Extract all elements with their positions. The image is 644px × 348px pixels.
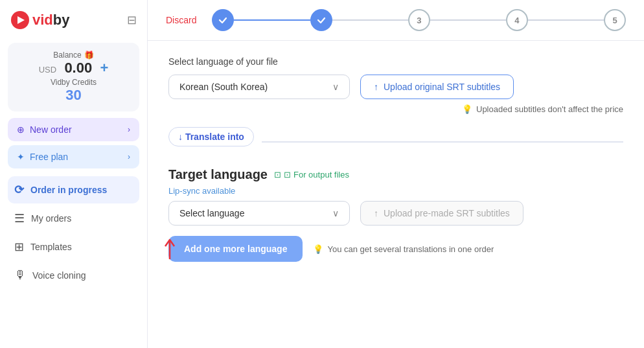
balance-card: Balance 🎁 USD 0.00 + Vidby Credits 30	[8, 43, 139, 111]
logo-area: vidby ⊟	[8, 10, 139, 30]
upload-icon: ↑	[374, 82, 378, 92]
sidebar-toggle-icon[interactable]: ⊟	[127, 13, 137, 27]
step-1	[212, 9, 234, 31]
red-arrow-indicator	[163, 235, 183, 263]
logo-text: vidby	[32, 12, 69, 29]
step-line-1-2	[234, 19, 310, 21]
upload-premade-button: ↑ Upload pre-made SRT subtitles	[360, 201, 523, 226]
sidebar-item-templates[interactable]: ⊞ Templates	[8, 233, 139, 261]
voice-cloning-icon: 🎙	[14, 268, 26, 282]
add-language-button[interactable]: Add one more language	[168, 236, 303, 262]
free-plan-button[interactable]: ✦ Free plan ›	[8, 145, 139, 168]
discard-button[interactable]: Discard	[166, 15, 196, 25]
you-can-hint: 💡 You can get several translations in on…	[313, 244, 494, 254]
lightbulb-icon: 💡	[462, 104, 472, 114]
translate-into-divider: ↓ Translate into	[168, 127, 623, 157]
target-language-header: Target language ⊡ ⊡ For output files	[168, 167, 623, 182]
sidebar-item-order-in-progress[interactable]: ⟳ Order in progress	[8, 176, 139, 203]
translate-into-label: ↓ Translate into	[178, 132, 244, 142]
sidebar-item-label: Order in progress	[30, 185, 107, 195]
balance-amount: USD 0.00 +	[18, 60, 129, 76]
gift-icon: 🎁	[84, 51, 94, 60]
upload-hint-text: Uploaded subtitles don't affect the pric…	[476, 104, 623, 114]
order-in-progress-icon: ⟳	[14, 183, 24, 197]
target-language-row: Select language ∨ ↑ Upload pre-made SRT …	[168, 201, 623, 226]
step-2	[310, 9, 332, 31]
main-area: Discard 3 4 5	[148, 0, 644, 348]
chevron-down-icon: ∨	[332, 82, 339, 92]
divider-line	[262, 141, 623, 143]
action-row: Add one more language 💡 You can get seve…	[168, 236, 623, 262]
file-language-label: Select language of your file	[168, 56, 623, 67]
target-language-title: Target language	[168, 167, 268, 182]
my-orders-icon: ☰	[14, 211, 25, 226]
select-language-placeholder: Select language	[179, 208, 244, 218]
free-plan-label: Free plan	[30, 152, 68, 162]
step-4: 4	[506, 9, 528, 31]
sidebar: vidby ⊟ Balance 🎁 USD 0.00 + Vidby Credi…	[0, 0, 148, 348]
sidebar-item-voice-cloning[interactable]: 🎙 Voice cloning	[8, 262, 139, 288]
translate-into-button[interactable]: ↓ Translate into	[168, 127, 254, 146]
lightbulb-icon-2: 💡	[313, 244, 323, 254]
logo-icon	[10, 10, 30, 30]
step-line-4-5	[528, 19, 604, 21]
chevron-down-icon-2: ∨	[332, 208, 339, 218]
upload-premade-label: Upload pre-made SRT subtitles	[384, 208, 510, 218]
monitor-icon-2: ⊡	[284, 170, 291, 180]
sidebar-nav: ⟳ Order in progress ☰ My orders ⊞ Templa…	[8, 176, 139, 290]
file-language-dropdown[interactable]: Korean (South Korea) ∨	[168, 75, 350, 99]
file-language-value: Korean (South Korea)	[179, 82, 268, 92]
step-line-3-4	[430, 19, 506, 21]
you-can-hint-text: You can get several translations in one …	[327, 244, 494, 254]
new-order-label: New order	[30, 124, 72, 135]
sidebar-item-my-orders[interactable]: ☰ My orders	[8, 205, 139, 232]
content-area: Select language of your file Korean (Sou…	[148, 41, 644, 348]
upload-premade-icon: ↑	[374, 208, 378, 218]
upload-srt-label: Upload original SRT subtitles	[384, 82, 500, 92]
chevron-right-icon: ›	[128, 125, 130, 134]
upload-hint-row: 💡 Uploaded subtitles don't affect the pr…	[168, 104, 623, 114]
monitor-icon: ⊡	[274, 170, 281, 180]
upload-srt-button[interactable]: ↑ Upload original SRT subtitles	[360, 75, 514, 99]
step-container: 3 4 5	[212, 9, 626, 31]
step-3: 3	[408, 9, 430, 31]
new-order-button[interactable]: ⊕ New order ›	[8, 118, 139, 141]
for-output-badge: ⊡ ⊡ For output files	[274, 170, 349, 180]
credits-amount: 30	[18, 87, 129, 104]
file-language-row: Korean (South Korea) ∨ ↑ Upload original…	[168, 75, 623, 99]
chevron-right-icon-2: ›	[128, 152, 130, 161]
sidebar-item-label: Voice cloning	[32, 270, 86, 281]
step-line-2-3	[332, 19, 408, 21]
lip-sync-label: Lip-sync available	[168, 186, 623, 196]
sidebar-item-label: Templates	[30, 242, 72, 252]
free-plan-icon: ✦	[17, 152, 25, 162]
step-5: 5	[604, 9, 626, 31]
credits-label: Vidby Credits	[18, 78, 129, 87]
logo: vidby	[10, 10, 69, 30]
balance-label: Balance 🎁	[18, 51, 129, 60]
add-balance-button[interactable]: +	[100, 60, 108, 76]
templates-icon: ⊞	[14, 240, 24, 254]
sidebar-item-label: My orders	[31, 213, 71, 224]
for-output-label: For output files	[293, 170, 349, 180]
new-order-icon: ⊕	[17, 124, 25, 135]
topbar: Discard 3 4 5	[148, 0, 644, 41]
target-language-dropdown[interactable]: Select language ∨	[168, 201, 350, 226]
